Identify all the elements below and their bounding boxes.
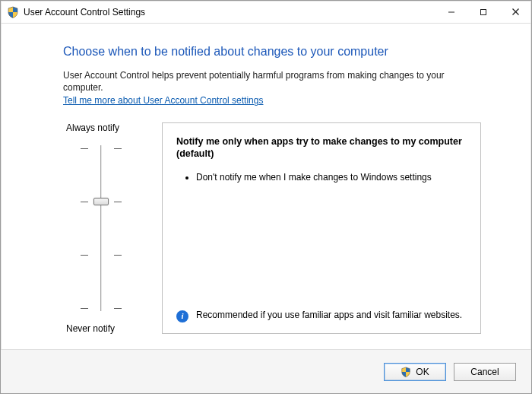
slider-tick (81, 148, 88, 149)
slider-tick (114, 255, 122, 256)
uac-shield-icon (7, 6, 19, 18)
slider-label-bottom: Never notify (66, 323, 115, 334)
window-controls (435, 1, 531, 23)
dialog-footer: OK Cancel (1, 349, 531, 393)
slider-label-top: Always notify (66, 122, 119, 133)
cancel-button[interactable]: Cancel (454, 363, 516, 381)
description-text: User Account Control helps prevent poten… (63, 70, 445, 93)
uac-shield-icon (401, 367, 411, 377)
level-description-panel: Notify me only when apps try to make cha… (162, 122, 481, 334)
slider-track (100, 145, 102, 311)
slider-tick (81, 255, 88, 256)
maximize-button[interactable] (467, 2, 499, 23)
slider-thumb[interactable] (93, 198, 109, 205)
level-title: Notify me only when apps try to make cha… (176, 135, 467, 161)
slider-tick (114, 202, 122, 202)
ok-button-label: OK (416, 367, 429, 377)
slider-tick (114, 308, 122, 309)
slider-tick (81, 308, 88, 309)
titlebar: User Account Control Settings (1, 1, 531, 24)
body-area: Always notify Never notify Not (63, 122, 481, 334)
cancel-button-label: Cancel (470, 367, 499, 377)
slider-tick (81, 202, 88, 202)
page-description: User Account Control helps prevent poten… (63, 69, 481, 107)
page-heading: Choose when to be notified about changes… (63, 45, 481, 59)
content-area: Choose when to be notified about changes… (1, 24, 531, 349)
panel-spacer (176, 185, 467, 301)
notification-slider-column: Always notify Never notify (63, 122, 139, 334)
notification-level-slider[interactable] (74, 141, 128, 316)
slider-tick (114, 148, 122, 149)
recommendation-text: Recommended if you use familiar apps and… (196, 309, 462, 322)
svg-rect-1 (481, 9, 486, 14)
title-left: User Account Control Settings (7, 6, 145, 18)
close-button[interactable] (499, 2, 531, 23)
recommendation-row: Recommended if you use familiar apps and… (176, 309, 467, 323)
window-title: User Account Control Settings (24, 7, 145, 17)
level-bullet-list: Don't notify me when I make changes to W… (176, 171, 467, 184)
learn-more-link[interactable]: Tell me more about User Account Control … (63, 94, 263, 106)
ok-button[interactable]: OK (384, 363, 446, 381)
minimize-button[interactable] (435, 2, 467, 23)
level-bullet: Don't notify me when I make changes to W… (196, 171, 467, 184)
info-icon (176, 310, 188, 323)
uac-settings-window: User Account Control Settings Choose whe… (0, 0, 532, 394)
